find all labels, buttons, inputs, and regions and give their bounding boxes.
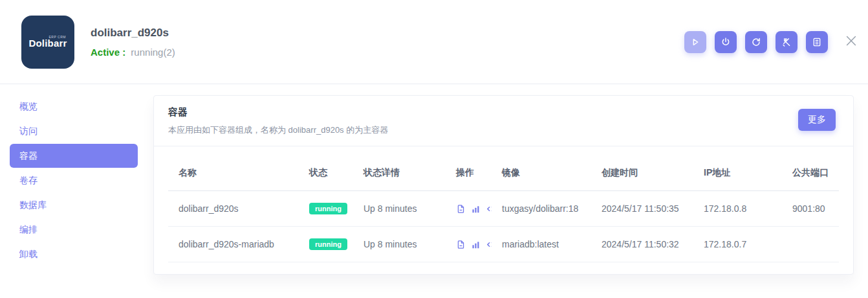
created-time: 2024/5/17 11:50:32: [591, 227, 693, 262]
sidebar-item-volumes[interactable]: 卷存: [10, 168, 138, 192]
file-log-icon[interactable]: [456, 204, 466, 214]
close-button[interactable]: [844, 34, 858, 50]
col-header-ports: 公共端口: [782, 146, 839, 191]
table-row: dolibarr_d920s-mariadb running Up 8 minu…: [168, 227, 839, 262]
container-name: dolibarr_d920s-mariadb: [168, 227, 299, 262]
status-label: Active :: [91, 47, 125, 58]
play-icon: [690, 37, 700, 47]
status-value: running(2): [131, 47, 175, 58]
more-button[interactable]: 更多: [798, 109, 836, 131]
row-operations: [456, 204, 481, 214]
action-toolbar: [684, 31, 828, 53]
status-badge: running: [309, 238, 347, 250]
containers-table: 名称 状态 状态详情 操作 镜像 创建时间 IP地址 公共端口 dolibarr: [168, 146, 839, 262]
logo-sup-text: ERP CRM: [49, 35, 66, 39]
ip-address: 172.18.0.7: [693, 227, 782, 262]
card-header: 容器 本应用由如下容器组成，名称为 dolibarr_d920s 的为主容器: [154, 96, 853, 146]
power-icon: [721, 37, 731, 47]
col-header-status: 状态: [299, 146, 353, 191]
title-block: dolibarr_d920s Active : running(2): [91, 27, 175, 58]
col-header-name: 名称: [168, 146, 299, 191]
page-title: dolibarr_d920s: [91, 27, 175, 40]
restart-icon: [751, 37, 761, 47]
sidebar-item-overview[interactable]: 概览: [10, 95, 138, 119]
page-body: 概览 访问 容器 卷存 数据库 编排 卸载 容器 本应用由如下容器组成，名称为 …: [0, 84, 868, 298]
table-row: dolibarr_d920s running Up 8 minutes: [168, 191, 839, 227]
sidebar-item-access[interactable]: 访问: [10, 119, 138, 143]
main-content: 容器 本应用由如下容器组成，名称为 dolibarr_d920s 的为主容器 更…: [153, 84, 868, 298]
public-ports: 9001:80: [782, 191, 839, 227]
sidebar-item-compose[interactable]: 编排: [10, 218, 138, 242]
bar-chart-icon[interactable]: [471, 204, 481, 214]
sidebar-item-containers[interactable]: 容器: [10, 144, 138, 168]
created-time: 2024/5/17 11:50:35: [591, 191, 693, 227]
public-ports: [782, 227, 839, 262]
file-log-icon[interactable]: [456, 240, 466, 249]
sidebar-item-uninstall[interactable]: 卸载: [10, 242, 138, 266]
dolibarr-logo: Dolibarr ERP CRM: [21, 16, 74, 69]
code-terminal-icon[interactable]: [486, 204, 492, 214]
repair-tools-icon: [781, 37, 792, 47]
logo-text: Dolibarr: [21, 38, 74, 49]
status-line: Active : running(2): [91, 47, 175, 58]
containers-table-wrap: 名称 状态 状态详情 操作 镜像 创建时间 IP地址 公共端口 dolibarr: [154, 146, 853, 262]
container-image: mariadb:latest: [492, 227, 591, 262]
logs-icon: [812, 37, 822, 47]
repair-button[interactable]: [776, 31, 797, 53]
sidebar: 概览 访问 容器 卷存 数据库 编排 卸载: [0, 84, 153, 298]
logs-button[interactable]: [806, 31, 828, 53]
card-subtitle: 本应用由如下容器组成，名称为 dolibarr_d920s 的为主容器: [168, 124, 839, 136]
restart-button[interactable]: [745, 31, 767, 53]
container-name: dolibarr_d920s: [168, 191, 299, 227]
status-badge: running: [309, 203, 347, 214]
containers-card: 容器 本应用由如下容器组成，名称为 dolibarr_d920s 的为主容器 更…: [153, 95, 854, 275]
status-detail: Up 8 minutes: [353, 227, 446, 262]
col-header-status-detail: 状态详情: [353, 146, 446, 191]
col-header-image: 镜像: [492, 146, 591, 191]
code-terminal-icon[interactable]: [486, 240, 492, 249]
col-header-operations: 操作: [446, 146, 492, 191]
stop-button[interactable]: [715, 31, 737, 53]
start-button[interactable]: [684, 31, 706, 53]
close-icon: [844, 34, 858, 50]
col-header-created: 创建时间: [591, 146, 693, 191]
ip-address: 172.18.0.8: [693, 191, 782, 227]
row-operations: [456, 240, 481, 249]
table-header-row: 名称 状态 状态详情 操作 镜像 创建时间 IP地址 公共端口: [168, 146, 839, 191]
sidebar-item-database[interactable]: 数据库: [10, 193, 138, 217]
status-detail: Up 8 minutes: [353, 191, 446, 227]
col-header-ip: IP地址: [693, 146, 782, 191]
app-header: Dolibarr ERP CRM dolibarr_d920s Active :…: [0, 0, 868, 84]
bar-chart-icon[interactable]: [471, 240, 481, 249]
card-title: 容器: [168, 106, 839, 119]
container-image: tuxgasy/dolibarr:18: [492, 191, 591, 227]
